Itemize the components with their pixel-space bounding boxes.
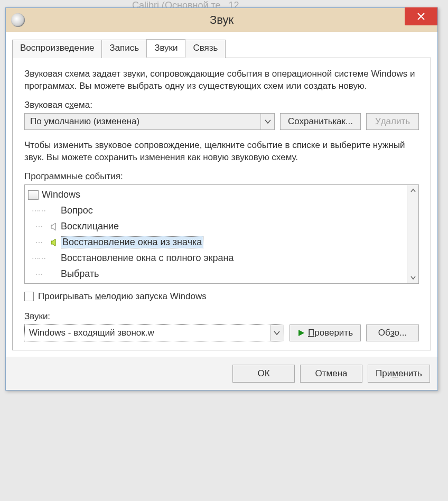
- delete-button: Удалить: [366, 113, 419, 130]
- startup-sound-checkbox[interactable]: Проигрывать мелодию запуска Windows: [24, 291, 419, 302]
- checkbox-icon: [24, 292, 34, 301]
- tab-communications[interactable]: Связь: [185, 40, 226, 58]
- events-description: Чтобы изменить звуковое сопровождение, щ…: [24, 140, 419, 164]
- browse-button[interactable]: Обзо...: [366, 324, 419, 341]
- sound-file-dropdown[interactable]: Windows - входящий звонок.w: [24, 324, 284, 341]
- sound-icon: [11, 13, 25, 27]
- tab-recording[interactable]: Запись: [101, 40, 147, 58]
- tree-item[interactable]: ⋯⋯ Восстановление окна с полного экрана: [28, 251, 404, 266]
- close-button[interactable]: [405, 7, 437, 25]
- scroll-down-icon[interactable]: [407, 272, 418, 283]
- checkbox-label: Проигрывать мелодию запуска Windows: [38, 291, 207, 302]
- tab-playback[interactable]: Воспроизведение: [12, 40, 102, 58]
- save-as-button[interactable]: Сохранить как...: [280, 113, 361, 130]
- tree-item[interactable]: ⋯ Выбрать: [28, 266, 404, 282]
- tab-sounds[interactable]: Звуки: [146, 39, 185, 58]
- events-tree[interactable]: Windows ⋯⋯ Вопрос ⋯ Восклицание ⋯: [24, 184, 419, 284]
- sounds-label: Звуки:: [24, 311, 419, 322]
- speaker-icon: [49, 223, 61, 230]
- scheme-value: По умолчанию (изменена): [25, 114, 260, 129]
- play-icon: [297, 329, 305, 337]
- events-label: Программные события:: [24, 171, 419, 182]
- sounds-panel: Звуковая схема задает звуки, сопровождаю…: [12, 58, 431, 350]
- scroll-up-icon[interactable]: [407, 185, 418, 197]
- tree-item[interactable]: ⋯⋯ Вопрос: [28, 203, 404, 219]
- tab-strip: Воспроизведение Запись Звуки Связь: [12, 39, 431, 58]
- tree-scrollbar[interactable]: [407, 185, 418, 283]
- close-icon: [417, 12, 425, 21]
- chevron-down-icon: [270, 325, 284, 341]
- apply-button[interactable]: Применить: [368, 365, 430, 383]
- window-title: Звук: [210, 13, 234, 27]
- cancel-button[interactable]: Отмена: [300, 365, 362, 383]
- ok-button[interactable]: ОК: [232, 365, 295, 383]
- sound-dialog: Звук Воспроизведение Запись Звуки Связь …: [5, 7, 438, 391]
- scheme-description: Звуковая схема задает звуки, сопровождаю…: [24, 68, 419, 92]
- speaker-active-icon: [49, 239, 61, 246]
- titlebar[interactable]: Звук: [6, 8, 437, 32]
- chevron-down-icon: [260, 114, 274, 129]
- tree-item[interactable]: ⋯ Восклицание: [28, 219, 404, 235]
- dialog-footer: ОК Отмена Применить: [6, 357, 437, 390]
- tree-root[interactable]: Windows: [28, 187, 404, 203]
- scheme-dropdown[interactable]: По умолчанию (изменена): [24, 113, 275, 130]
- tree-item-selected[interactable]: ⋯ Восстановление окна из значка: [28, 235, 404, 251]
- windows-icon: [28, 190, 39, 200]
- sound-file-value: Windows - входящий звонок.w: [25, 325, 270, 341]
- scheme-label: Звуковая схема:: [24, 100, 419, 110]
- test-button[interactable]: Проверить: [290, 324, 361, 341]
